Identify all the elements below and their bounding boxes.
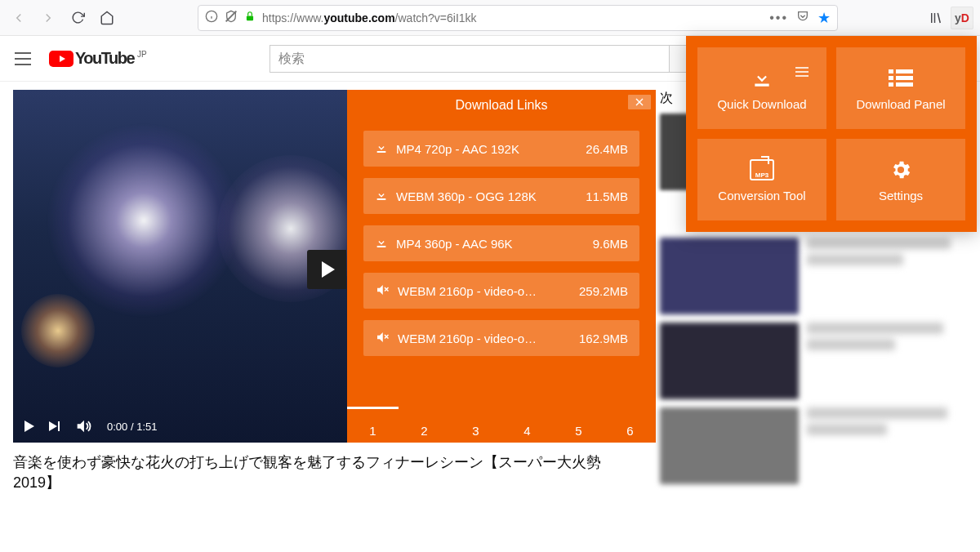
related-item[interactable]: [660, 323, 967, 399]
browser-toolbar: https://www.youtube.com/watch?v=6iI1kk •…: [0, 0, 980, 36]
library-icon[interactable]: [924, 7, 947, 29]
svg-rect-20: [377, 246, 386, 247]
svg-rect-8: [889, 69, 893, 73]
download-label: MP4 360p - AAC 96K: [396, 237, 585, 251]
youtube-icon: [49, 51, 74, 67]
tile-label: Conversion Tool: [718, 189, 805, 203]
list-icon: [889, 66, 913, 91]
download-label: WEBM 2160p - video-o…: [398, 284, 571, 298]
download-item[interactable]: MP4 360p - AAC 96K9.6MB: [363, 225, 639, 261]
download-panel-tile[interactable]: Download Panel: [836, 47, 965, 129]
svg-rect-9: [896, 69, 913, 73]
page-6[interactable]: 6: [604, 407, 656, 443]
download-size: 26.4MB: [586, 142, 628, 156]
gear-icon: [889, 158, 912, 182]
nav-back-button: [7, 6, 31, 30]
download-icon: [375, 236, 388, 252]
big-play-button[interactable]: [307, 250, 346, 289]
video-frame-decoration: [46, 122, 242, 318]
svg-rect-13: [896, 82, 913, 87]
download-item[interactable]: WEBM 2160p - video-o…259.2MB: [363, 273, 639, 309]
mute-icon: [375, 330, 390, 347]
close-button[interactable]: [628, 95, 651, 109]
download-size: 9.6MB: [593, 237, 628, 251]
related-item[interactable]: [660, 238, 967, 314]
page-4[interactable]: 4: [501, 407, 553, 443]
bookmark-star-icon[interactable]: ★: [817, 9, 831, 27]
download-icon: [375, 141, 388, 157]
settings-tile[interactable]: Settings: [836, 139, 965, 220]
page-1[interactable]: 1: [347, 407, 399, 443]
youtube-wordmark: YouTube: [75, 49, 134, 68]
url-text: https://www.youtube.com/watch?v=6iI1kk: [262, 11, 477, 24]
video-title: 音楽を使わず豪快な花火の打ち上げで観客を魅了するフィナーレシーン【スーパー大火勢…: [13, 452, 640, 493]
download-list: MP4 720p - AAC 192K26.4MBWEBM 360p - OGG…: [347, 121, 656, 407]
download-item[interactable]: MP4 720p - AAC 192K26.4MB: [363, 131, 639, 167]
nav-forward-button: [36, 6, 60, 30]
svg-rect-12: [889, 82, 893, 87]
download-pagination: 123456: [347, 407, 656, 443]
download-size: 11.5MB: [586, 189, 628, 203]
download-icon: [375, 189, 388, 204]
page-2[interactable]: 2: [399, 407, 450, 443]
svg-rect-11: [896, 76, 913, 80]
download-panel-title: Download Links: [456, 98, 548, 113]
conversion-tool-tile[interactable]: MP3 Conversion Tool: [697, 139, 826, 220]
download-item[interactable]: WEBM 2160p - video-o…162.9MB: [363, 320, 639, 356]
svg-line-6: [938, 13, 940, 23]
reload-button[interactable]: [65, 6, 90, 30]
pocket-icon[interactable]: [796, 10, 809, 26]
download-label: WEBM 2160p - video-o…: [398, 332, 571, 345]
play-button[interactable]: [24, 421, 34, 432]
primary-column: 0:00 / 1:51 Download Links MP4 720p - AA…: [13, 90, 640, 493]
related-item[interactable]: [660, 407, 967, 484]
svg-rect-19: [377, 198, 386, 200]
tracking-icon[interactable]: [225, 10, 238, 26]
svg-rect-10: [889, 76, 893, 80]
extension-popup: Quick Download Download Panel MP3 Conver…: [686, 36, 977, 232]
search-form: [270, 45, 722, 73]
mute-icon: [375, 283, 390, 300]
home-button[interactable]: [95, 6, 119, 30]
svg-rect-18: [377, 151, 386, 153]
svg-rect-7: [755, 83, 768, 86]
download-panel-header: Download Links: [347, 90, 656, 121]
mp3-file-icon: MP3: [750, 158, 774, 182]
tile-label: Download Panel: [856, 97, 945, 111]
svg-rect-3: [247, 16, 253, 20]
download-size: 259.2MB: [579, 284, 628, 298]
lock-icon[interactable]: [244, 11, 256, 25]
youtube-logo[interactable]: YouTube JP: [49, 49, 147, 68]
site-info-icon[interactable]: [205, 10, 218, 26]
yd-extension-icon[interactable]: yD: [951, 7, 973, 29]
hamburger-mini-icon: [795, 67, 808, 77]
time-display: 0:00 / 1:51: [107, 421, 157, 433]
download-item[interactable]: WEBM 360p - OGG 128K11.5MB: [363, 178, 639, 214]
download-label: WEBM 360p - OGG 128K: [396, 189, 577, 203]
tile-label: Settings: [879, 189, 923, 203]
download-size: 162.9MB: [579, 332, 628, 345]
url-bar[interactable]: https://www.youtube.com/watch?v=6iI1kk •…: [198, 5, 838, 31]
youtube-region: JP: [137, 50, 147, 59]
guide-menu-button[interactable]: [13, 49, 33, 69]
volume-button[interactable]: [74, 417, 92, 435]
next-button[interactable]: [49, 421, 60, 431]
download-label: MP4 720p - AAC 192K: [396, 142, 577, 156]
download-icon: [750, 66, 774, 91]
download-links-panel: Download Links MP4 720p - AAC 192K26.4MB…: [347, 90, 656, 443]
page-5[interactable]: 5: [553, 407, 604, 443]
search-input[interactable]: [270, 45, 670, 73]
quick-download-tile[interactable]: Quick Download: [697, 47, 826, 129]
video-frame-decoration: [21, 294, 95, 367]
page-actions-icon[interactable]: •••: [769, 11, 788, 25]
tile-label: Quick Download: [717, 97, 806, 111]
page-3[interactable]: 3: [450, 407, 501, 443]
